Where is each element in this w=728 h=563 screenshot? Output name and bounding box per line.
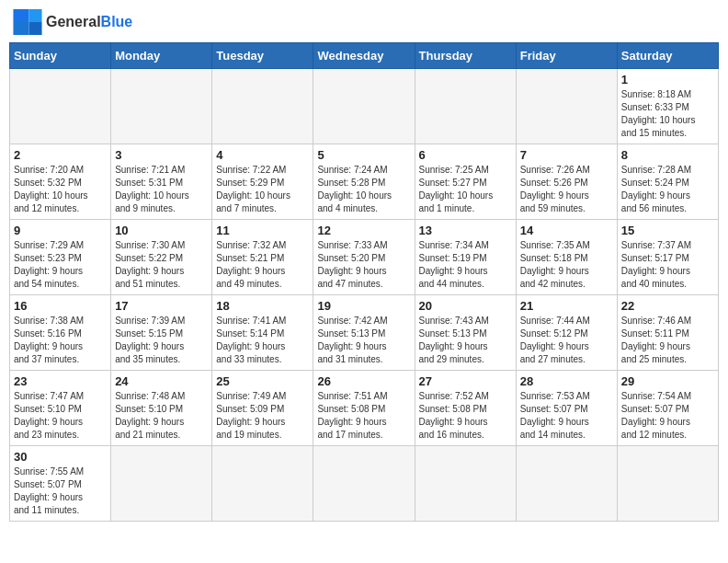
day-number: 4 [216, 148, 309, 162]
calendar-cell [415, 69, 516, 144]
day-info: Sunrise: 7:41 AM Sunset: 5:14 PM Dayligh… [216, 315, 309, 366]
day-header-thursday: Thursday [415, 43, 516, 69]
calendar-cell: 12Sunrise: 7:33 AM Sunset: 5:20 PM Dayli… [313, 220, 415, 295]
day-info: Sunrise: 7:22 AM Sunset: 5:29 PM Dayligh… [216, 164, 309, 215]
calendar-table: SundayMondayTuesdayWednesdayThursdayFrid… [9, 42, 719, 522]
calendar-cell: 8Sunrise: 7:28 AM Sunset: 5:24 PM Daylig… [617, 144, 718, 220]
calendar-cell: 4Sunrise: 7:22 AM Sunset: 5:29 PM Daylig… [212, 144, 313, 220]
calendar-cell [516, 69, 617, 144]
calendar-header-row: SundayMondayTuesdayWednesdayThursdayFrid… [10, 43, 719, 69]
calendar-cell [10, 69, 111, 144]
day-number: 3 [115, 148, 208, 162]
calendar-cell: 19Sunrise: 7:42 AM Sunset: 5:13 PM Dayli… [313, 295, 415, 371]
page-header: GeneralBlue [9, 9, 719, 35]
day-info: Sunrise: 7:39 AM Sunset: 5:15 PM Dayligh… [115, 315, 208, 366]
day-header-monday: Monday [111, 43, 212, 69]
day-info: Sunrise: 7:20 AM Sunset: 5:32 PM Dayligh… [14, 164, 107, 215]
calendar-cell: 24Sunrise: 7:48 AM Sunset: 5:10 PM Dayli… [111, 371, 212, 446]
logo-icon [13, 9, 42, 35]
logo-text: GeneralBlue [46, 14, 132, 30]
day-number: 29 [621, 374, 714, 388]
day-info: Sunrise: 7:35 AM Sunset: 5:18 PM Dayligh… [520, 239, 613, 291]
calendar-week-row: 16Sunrise: 7:38 AM Sunset: 5:16 PM Dayli… [10, 295, 719, 371]
day-info: Sunrise: 7:34 AM Sunset: 5:19 PM Dayligh… [419, 239, 512, 291]
day-number: 8 [621, 148, 714, 162]
calendar-cell: 13Sunrise: 7:34 AM Sunset: 5:19 PM Dayli… [415, 220, 516, 295]
day-info: Sunrise: 7:37 AM Sunset: 5:17 PM Dayligh… [621, 239, 714, 291]
day-info: Sunrise: 7:24 AM Sunset: 5:28 PM Dayligh… [317, 164, 410, 215]
calendar-cell: 1Sunrise: 8:18 AM Sunset: 6:33 PM Daylig… [617, 69, 718, 144]
day-info: Sunrise: 7:52 AM Sunset: 5:08 PM Dayligh… [419, 390, 512, 442]
day-info: Sunrise: 7:44 AM Sunset: 5:12 PM Dayligh… [520, 315, 613, 366]
day-info: Sunrise: 7:33 AM Sunset: 5:20 PM Dayligh… [317, 239, 410, 291]
calendar-cell: 3Sunrise: 7:21 AM Sunset: 5:31 PM Daylig… [111, 144, 212, 220]
calendar-cell [212, 69, 313, 144]
day-info: Sunrise: 7:43 AM Sunset: 5:13 PM Dayligh… [419, 315, 512, 366]
calendar-cell: 9Sunrise: 7:29 AM Sunset: 5:23 PM Daylig… [10, 220, 111, 295]
day-number: 7 [520, 148, 613, 162]
day-info: Sunrise: 7:54 AM Sunset: 5:07 PM Dayligh… [621, 390, 714, 442]
calendar-week-row: 23Sunrise: 7:47 AM Sunset: 5:10 PM Dayli… [10, 371, 719, 446]
svg-marker-2 [29, 22, 42, 35]
day-number: 6 [419, 148, 512, 162]
day-info: Sunrise: 7:32 AM Sunset: 5:21 PM Dayligh… [216, 239, 309, 291]
day-header-wednesday: Wednesday [313, 43, 415, 69]
day-info: Sunrise: 7:21 AM Sunset: 5:31 PM Dayligh… [115, 164, 208, 215]
calendar-cell: 7Sunrise: 7:26 AM Sunset: 5:26 PM Daylig… [516, 144, 617, 220]
day-info: Sunrise: 7:49 AM Sunset: 5:09 PM Dayligh… [216, 390, 309, 442]
calendar-cell [313, 446, 415, 522]
day-number: 9 [14, 224, 107, 237]
calendar-cell: 30Sunrise: 7:55 AM Sunset: 5:07 PM Dayli… [10, 446, 111, 522]
day-number: 10 [115, 224, 208, 237]
calendar-week-row: 2Sunrise: 7:20 AM Sunset: 5:32 PM Daylig… [10, 144, 719, 220]
calendar-cell [516, 446, 617, 522]
calendar-cell [212, 446, 313, 522]
day-info: Sunrise: 7:48 AM Sunset: 5:10 PM Dayligh… [115, 390, 208, 442]
calendar-cell [111, 69, 212, 144]
calendar-cell: 5Sunrise: 7:24 AM Sunset: 5:28 PM Daylig… [313, 144, 415, 220]
day-number: 20 [419, 299, 512, 313]
calendar-cell: 16Sunrise: 7:38 AM Sunset: 5:16 PM Dayli… [10, 295, 111, 371]
day-info: Sunrise: 7:30 AM Sunset: 5:22 PM Dayligh… [115, 239, 208, 291]
calendar-cell: 20Sunrise: 7:43 AM Sunset: 5:13 PM Dayli… [415, 295, 516, 371]
calendar-cell [415, 446, 516, 522]
day-number: 23 [14, 374, 107, 388]
calendar-cell [111, 446, 212, 522]
day-number: 17 [115, 299, 208, 313]
day-number: 28 [520, 374, 613, 388]
day-number: 25 [216, 374, 309, 388]
day-header-friday: Friday [516, 43, 617, 69]
svg-marker-1 [29, 9, 42, 22]
calendar-cell [617, 446, 718, 522]
day-number: 27 [419, 374, 512, 388]
day-number: 24 [115, 374, 208, 388]
day-number: 16 [14, 299, 107, 313]
calendar-cell: 23Sunrise: 7:47 AM Sunset: 5:10 PM Dayli… [10, 371, 111, 446]
day-header-saturday: Saturday [617, 43, 718, 69]
day-info: Sunrise: 7:26 AM Sunset: 5:26 PM Dayligh… [520, 164, 613, 215]
day-number: 30 [14, 450, 107, 464]
day-number: 15 [621, 224, 714, 237]
calendar-cell: 21Sunrise: 7:44 AM Sunset: 5:12 PM Dayli… [516, 295, 617, 371]
day-number: 22 [621, 299, 714, 313]
calendar-cell: 27Sunrise: 7:52 AM Sunset: 5:08 PM Dayli… [415, 371, 516, 446]
day-header-sunday: Sunday [10, 43, 111, 69]
calendar-cell: 28Sunrise: 7:53 AM Sunset: 5:07 PM Dayli… [516, 371, 617, 446]
day-number: 11 [216, 224, 309, 237]
day-info: Sunrise: 7:55 AM Sunset: 5:07 PM Dayligh… [14, 465, 107, 517]
day-info: Sunrise: 7:42 AM Sunset: 5:13 PM Dayligh… [317, 315, 410, 366]
calendar-cell: 17Sunrise: 7:39 AM Sunset: 5:15 PM Dayli… [111, 295, 212, 371]
day-number: 14 [520, 224, 613, 237]
day-info: Sunrise: 7:47 AM Sunset: 5:10 PM Dayligh… [14, 390, 107, 442]
day-number: 13 [419, 224, 512, 237]
calendar-week-row: 1Sunrise: 8:18 AM Sunset: 6:33 PM Daylig… [10, 69, 719, 144]
calendar-cell: 14Sunrise: 7:35 AM Sunset: 5:18 PM Dayli… [516, 220, 617, 295]
calendar-cell [313, 69, 415, 144]
day-info: Sunrise: 7:46 AM Sunset: 5:11 PM Dayligh… [621, 315, 714, 366]
day-number: 26 [317, 374, 410, 388]
day-info: Sunrise: 7:28 AM Sunset: 5:24 PM Dayligh… [621, 164, 714, 215]
day-number: 5 [317, 148, 410, 162]
day-number: 12 [317, 224, 410, 237]
day-number: 21 [520, 299, 613, 313]
day-info: Sunrise: 7:29 AM Sunset: 5:23 PM Dayligh… [14, 239, 107, 291]
